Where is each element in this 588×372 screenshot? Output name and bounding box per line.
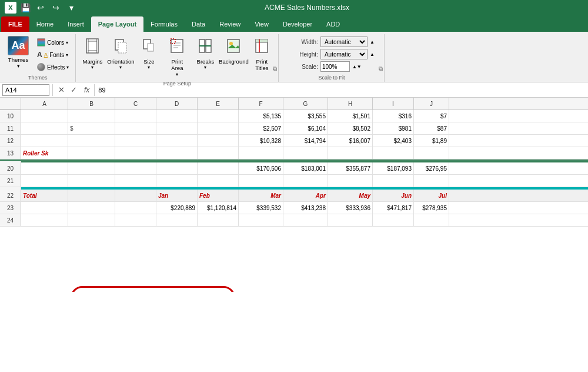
cell-g13[interactable] <box>283 147 328 159</box>
col-header-c[interactable]: C <box>115 98 156 109</box>
cell-d10[interactable] <box>156 110 198 122</box>
col-header-b[interactable]: B <box>68 98 115 109</box>
cell-e12[interactable] <box>198 135 239 147</box>
effects-button[interactable]: Effects ▾ <box>34 61 72 73</box>
cell-i23[interactable]: $471,817 <box>373 202 414 214</box>
cell-e20[interactable] <box>198 162 239 174</box>
cell-d11[interactable] <box>156 122 198 134</box>
size-button[interactable]: Size ▾ <box>136 35 162 72</box>
tab-page-layout[interactable]: Page Layout <box>91 16 143 32</box>
row-num-20[interactable]: 20 <box>0 162 21 174</box>
cell-e21[interactable] <box>198 175 239 187</box>
cell-j10[interactable]: $7 <box>414 110 449 122</box>
cell-i11[interactable]: $981 <box>373 122 414 134</box>
cell-b10[interactable] <box>68 110 115 122</box>
cell-b12[interactable] <box>68 135 115 147</box>
insert-function-button[interactable]: fx <box>81 85 93 95</box>
row-num-12[interactable]: 12 <box>0 135 21 147</box>
cell-d22[interactable]: Jan <box>156 190 198 201</box>
cell-h13[interactable] <box>328 147 373 159</box>
col-header-e[interactable]: E <box>198 98 239 109</box>
cell-e11[interactable] <box>198 122 239 134</box>
tab-file[interactable]: FILE <box>1 16 29 32</box>
cell-e24[interactable] <box>198 214 239 226</box>
cell-d24[interactable] <box>156 214 198 226</box>
cell-a11[interactable] <box>21 122 68 134</box>
cell-j23[interactable]: $278,935 <box>414 202 449 214</box>
cell-f21[interactable] <box>239 175 283 187</box>
cell-j13[interactable] <box>414 147 449 159</box>
cell-i22[interactable]: Jun <box>373 190 414 201</box>
background-button[interactable]: Background <box>220 35 246 69</box>
row-num-22[interactable]: 22 <box>0 190 21 201</box>
cell-j22[interactable]: Jul <box>414 190 449 201</box>
cell-h21[interactable] <box>328 175 373 187</box>
cell-f23[interactable]: $339,532 <box>239 202 283 214</box>
undo-button[interactable]: ↩ <box>34 2 47 14</box>
cell-f13[interactable] <box>239 147 283 159</box>
cell-h20[interactable]: $355,877 <box>328 162 373 174</box>
cell-a12[interactable] <box>21 135 68 147</box>
tab-view[interactable]: View <box>248 16 276 32</box>
cell-i13[interactable] <box>373 147 414 159</box>
cell-f11[interactable]: $2,507 <box>239 122 283 134</box>
col-header-g[interactable]: G <box>283 98 328 109</box>
cell-d12[interactable] <box>156 135 198 147</box>
cell-j20[interactable]: $276,95 <box>414 162 449 174</box>
cell-b20[interactable] <box>68 162 115 174</box>
cell-b21[interactable] <box>68 175 115 187</box>
col-header-j[interactable]: J <box>414 98 449 109</box>
page-setup-expand[interactable]: ⧉ <box>273 65 277 72</box>
tab-insert[interactable]: Insert <box>61 16 91 32</box>
cell-h11[interactable]: $8,502 <box>328 122 373 134</box>
col-header-d[interactable]: D <box>156 98 198 109</box>
cell-a21[interactable] <box>21 175 68 187</box>
margins-button[interactable]: Margins ▾ <box>79 35 105 72</box>
breaks-button[interactable]: Breaks ▾ <box>192 35 218 72</box>
cell-b23[interactable] <box>68 202 115 214</box>
col-header-a[interactable]: A <box>21 98 68 109</box>
cell-j24[interactable] <box>414 214 449 226</box>
cell-reference-box[interactable]: A14 <box>2 84 49 96</box>
row-num-10[interactable]: 10 <box>0 110 21 122</box>
customize-qat-button[interactable]: ▾ <box>65 2 78 14</box>
tab-formulas[interactable]: Formulas <box>143 16 185 32</box>
row-num-23[interactable]: 23 <box>0 202 21 214</box>
cell-c21[interactable] <box>115 175 156 187</box>
cell-a23[interactable] <box>21 202 68 214</box>
cell-a10[interactable] <box>21 110 68 122</box>
cell-d20[interactable] <box>156 162 198 174</box>
cell-f12[interactable]: $10,328 <box>239 135 283 147</box>
cell-a20[interactable] <box>21 162 68 174</box>
cell-f22[interactable]: Mar <box>239 190 283 201</box>
cell-i24[interactable] <box>373 214 414 226</box>
select-all-button[interactable] <box>0 98 21 109</box>
cell-b11[interactable]: $ <box>68 122 115 134</box>
cell-d13[interactable] <box>156 147 198 159</box>
tab-add[interactable]: ADD <box>319 16 347 32</box>
cell-g22[interactable]: Apr <box>283 190 328 201</box>
print-titles-button[interactable]: PrintTitles <box>249 35 275 74</box>
col-header-f[interactable]: F <box>239 98 283 109</box>
colors-button[interactable]: Colors ▾ <box>34 36 72 48</box>
cell-e10[interactable] <box>198 110 239 122</box>
redo-button[interactable]: ↪ <box>49 2 62 14</box>
orientation-button[interactable]: Orientation ▾ <box>108 35 133 72</box>
row-num-13[interactable]: 13 <box>0 147 21 159</box>
scale-expand[interactable]: ⧉ <box>379 65 383 72</box>
cell-c13[interactable] <box>115 147 156 159</box>
row-num-11[interactable]: 11 <box>0 122 21 134</box>
cell-c20[interactable] <box>115 162 156 174</box>
cell-c10[interactable] <box>115 110 156 122</box>
cell-i20[interactable]: $187,093 <box>373 162 414 174</box>
cell-h10[interactable]: $1,501 <box>328 110 373 122</box>
cell-c12[interactable] <box>115 135 156 147</box>
cell-c23[interactable] <box>115 202 156 214</box>
cell-c22[interactable] <box>115 190 156 201</box>
cell-d23[interactable]: $220,889 <box>156 202 198 214</box>
cell-i10[interactable]: $316 <box>373 110 414 122</box>
cell-g21[interactable] <box>283 175 328 187</box>
cell-h22[interactable]: May <box>328 190 373 201</box>
row-num-21[interactable]: 21 <box>0 175 21 187</box>
fonts-button[interactable]: A A Fonts ▾ <box>34 49 72 61</box>
